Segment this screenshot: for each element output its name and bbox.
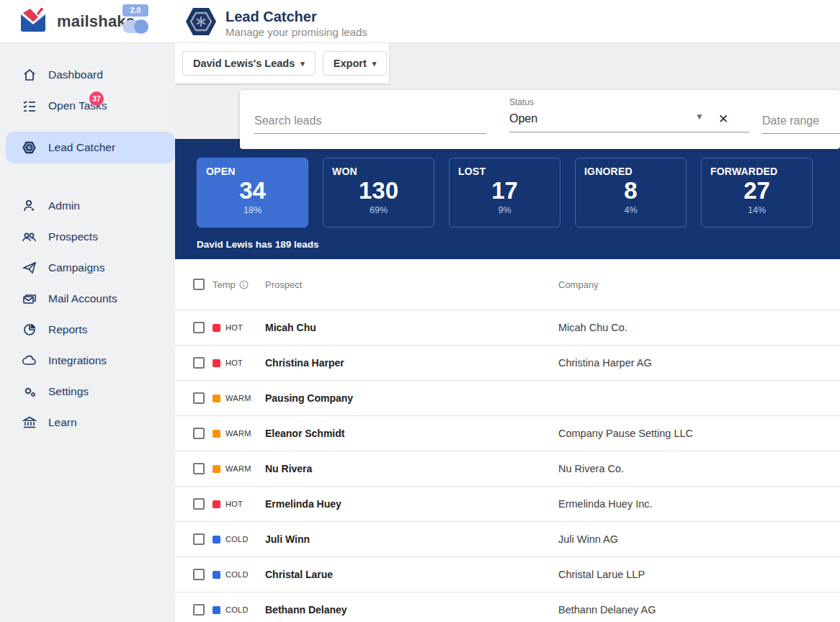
export-button-label: Export (334, 58, 367, 69)
status-select[interactable]: Open ▼ (509, 107, 749, 132)
prospect-name: Pausing Company (265, 392, 558, 404)
stat-card-open[interactable]: OPEN 34 18% (197, 158, 308, 227)
table-row[interactable]: COLD Juli Winn Juli Winn AG (175, 521, 840, 556)
stat-label: WON (332, 166, 425, 177)
admin-person-icon (22, 198, 37, 213)
prospect-name: Micah Chu (265, 322, 558, 333)
page-title: Lead Catcher (225, 8, 367, 25)
page-subtitle: Manage your promising leads (225, 25, 367, 39)
company-name: Nu Rivera Co. (558, 463, 840, 474)
sidebar-item-label: Prospects (48, 230, 98, 243)
row-checkbox[interactable] (193, 569, 205, 580)
filter-bar: Status Open ▼ ✕ (240, 90, 840, 149)
company-name: Christal Larue LLP (558, 569, 840, 580)
stat-label: LOST (458, 166, 551, 177)
stat-percent: 14% (710, 205, 803, 215)
sidebar-item-label: Campaigns (48, 261, 104, 274)
prospect-name: Juli Winn (265, 533, 558, 545)
row-checkbox[interactable] (193, 533, 205, 545)
lead-catcher-hexagon-icon (184, 4, 218, 42)
sidebar-item-prospects[interactable]: Prospects (0, 221, 175, 252)
row-checkbox[interactable] (193, 322, 205, 333)
table-row[interactable]: HOT Christina Harper Christina Harper AG (175, 345, 840, 380)
table-row[interactable]: WARM Pausing Company (175, 380, 840, 415)
sidebar-item-admin[interactable]: Admin (0, 190, 175, 221)
sidebar-item-label: Admin (48, 199, 80, 212)
version-badge: 2.0 (122, 4, 148, 17)
sidebar-item-reports[interactable]: Reports (0, 314, 175, 345)
sidebar-item-integrations[interactable]: Integrations (0, 345, 175, 376)
stat-label: OPEN (206, 166, 299, 177)
row-checkbox[interactable] (193, 357, 205, 369)
company-name: Company Pause Setting LLC (558, 428, 840, 439)
export-button[interactable]: Export ▾ (323, 51, 387, 76)
top-header: mailshake ™ 2.0 (0, 0, 840, 43)
sidebar-item-dashboard[interactable]: Dashboard (0, 59, 175, 90)
company-name: Micah Chu Co. (558, 322, 840, 333)
search-input[interactable] (254, 110, 486, 134)
stat-percent: 69% (332, 205, 425, 215)
date-range-input[interactable] (762, 110, 840, 134)
stat-value: 130 (332, 178, 425, 204)
prospect-name: Christina Harper (265, 357, 558, 369)
stat-card-ignored[interactable]: IGNORED 8 4% (575, 158, 687, 227)
sidebar-item-mail-accounts[interactable]: Mail Accounts (0, 283, 175, 314)
sidebar-item-open-tasks[interactable]: Open Tasks 37 (0, 90, 175, 121)
company-name: Bethann Delaney AG (558, 604, 840, 616)
temp-label: HOT (225, 359, 243, 367)
temp-swatch (213, 500, 220, 508)
sidebar-item-learn[interactable]: Learn (0, 407, 175, 438)
column-header-temp: Temp (213, 279, 236, 290)
table-row[interactable]: HOT Micah Chu Micah Chu Co. (175, 310, 840, 345)
temp-label: HOT (225, 323, 243, 332)
leads-owner-dropdown[interactable]: David Lewis's Leads ▾ (182, 51, 316, 76)
table-row[interactable]: WARM Nu Rivera Nu Rivera Co. (175, 451, 840, 486)
prospect-name: Ermelinda Huey (265, 498, 558, 510)
pie-chart-icon (22, 322, 37, 337)
temp-label: COLD (225, 570, 249, 579)
select-all-checkbox[interactable] (193, 279, 205, 290)
toggle-knob (134, 19, 148, 34)
mail-stack-icon (22, 291, 37, 306)
dropdown-caret-icon: ▼ (695, 112, 704, 122)
leads-total-summary: David Lewis has 189 leads (197, 239, 319, 250)
row-checkbox[interactable] (193, 392, 205, 404)
company-name: Christina Harper AG (558, 357, 840, 369)
info-icon[interactable] (239, 280, 249, 289)
row-checkbox[interactable] (193, 498, 205, 510)
row-checkbox[interactable] (193, 463, 205, 474)
hexagon-icon (22, 140, 37, 156)
table-row[interactable]: COLD Christal Larue Christal Larue LLP (175, 556, 840, 592)
app-title-group: Lead Catcher Manage your promising leads (184, 4, 367, 42)
table-row[interactable]: HOT Ermelinda Huey Ermelinda Huey Inc. (175, 486, 840, 521)
temp-swatch (213, 606, 220, 614)
sidebar-item-label: Reports (48, 323, 87, 336)
sidebar-item-lead-catcher[interactable]: Lead Catcher (6, 132, 175, 163)
temp-label: HOT (225, 500, 243, 508)
version-toggle[interactable] (122, 20, 148, 33)
leads-owner-dropdown-label: David Lewis's Leads (193, 58, 295, 69)
sidebar-item-settings[interactable]: Settings (0, 376, 175, 407)
temp-label: COLD (225, 535, 249, 544)
task-list-icon (22, 98, 37, 113)
clear-status-icon[interactable]: ✕ (718, 112, 728, 127)
temp-swatch (213, 571, 220, 579)
row-checkbox[interactable] (193, 428, 205, 439)
prospect-name: Bethann Delaney (265, 604, 558, 616)
sidebar-item-label: Integrations (48, 354, 107, 367)
temp-label: WARM (225, 394, 251, 402)
sidebar-item-campaigns[interactable]: Campaigns (0, 252, 175, 283)
table-row[interactable]: WARM Eleanor Schmidt Company Pause Setti… (175, 415, 840, 451)
company-name: Ermelinda Huey Inc. (558, 498, 840, 510)
stat-card-won[interactable]: WON 130 69% (323, 158, 434, 227)
chevron-down-icon: ▾ (300, 60, 305, 68)
stat-card-lost[interactable]: LOST 17 9% (449, 158, 560, 227)
row-checkbox[interactable] (193, 604, 205, 616)
stat-label: FORWARDED (710, 166, 803, 177)
column-header-prospect: Prospect (265, 279, 558, 290)
stat-card-forwarded[interactable]: FORWARDED 27 14% (701, 158, 813, 227)
version-group: 2.0 (115, 4, 148, 33)
stat-value: 27 (710, 178, 803, 204)
column-header-company: Company (558, 279, 840, 290)
table-row[interactable]: COLD Bethann Delaney Bethann Delaney AG (175, 592, 840, 622)
